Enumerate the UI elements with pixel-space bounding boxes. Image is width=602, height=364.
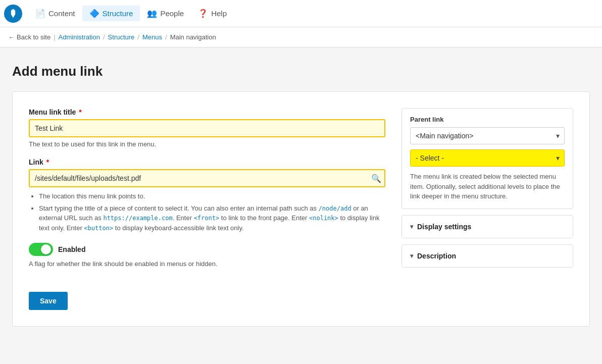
display-settings-chevron: ▾ <box>410 223 413 230</box>
breadcrumb-main-navigation: Main navigation <box>170 33 216 41</box>
breadcrumb-sep-3: / <box>137 33 139 41</box>
link-hints-list: The location this menu link points to. S… <box>29 191 385 233</box>
menu-link-title-input[interactable] <box>29 119 385 137</box>
link-label: Link * <box>29 158 385 166</box>
main-nav-select[interactable]: <Main navigation> <box>410 127 565 144</box>
breadcrumb-menus[interactable]: Menus <box>142 33 162 41</box>
parent-link-body: Parent link <Main navigation> - Select -… <box>402 109 573 209</box>
structure-icon: 🔷 <box>89 9 99 18</box>
link-hint-2: Start typing the title of a piece of con… <box>39 203 385 233</box>
link-input[interactable] <box>29 169 385 187</box>
enabled-label: Enabled <box>58 245 85 253</box>
parent-link-label: Parent link <box>410 116 565 123</box>
link-hint-1: The location this menu link points to. <box>39 191 385 201</box>
parent-link-section: Parent link <Main navigation> - Select -… <box>402 108 573 209</box>
nav-structure[interactable]: 🔷 Structure <box>82 6 140 21</box>
top-nav: 📄 Content 🔷 Structure 👥 People ❓ Help <box>0 0 602 27</box>
select-level-dropdown[interactable]: - Select - <box>410 149 565 167</box>
parent-link-hint: The menu link is created below the selec… <box>410 172 565 201</box>
required-marker: * <box>79 108 81 116</box>
breadcrumb: ← Back to site | Administration / Struct… <box>0 27 602 47</box>
form-left: Menu link title * The text to be used fo… <box>29 108 385 310</box>
app-logo <box>4 5 22 23</box>
description-chevron: ▾ <box>410 252 413 259</box>
breadcrumb-structure[interactable]: Structure <box>108 33 135 41</box>
display-settings-section: ▾ Display settings <box>402 215 573 238</box>
form-right: Parent link <Main navigation> - Select -… <box>402 108 573 310</box>
link-required-marker: * <box>46 158 49 166</box>
description-toggle[interactable]: ▾ Description <box>402 245 573 267</box>
save-button[interactable]: Save <box>29 292 68 310</box>
enabled-hint: A flag for whether the link should be en… <box>29 260 385 268</box>
back-arrow-icon: ← <box>8 33 15 41</box>
link-field: Link * 🔍 The location this menu link poi… <box>29 158 385 233</box>
main-nav-select-wrapper: <Main navigation> <box>410 127 565 144</box>
people-icon: 👥 <box>147 9 157 18</box>
nav-help[interactable]: ❓ Help <box>191 6 234 21</box>
breadcrumb-sep-4: / <box>165 33 167 41</box>
menu-link-title-hint: The text to be used for this link in the… <box>29 140 385 148</box>
form-card: Menu link title * The text to be used fo… <box>12 91 590 327</box>
breadcrumb-sep-1: | <box>54 33 55 41</box>
page-title: Add menu link <box>12 64 590 79</box>
toggle-row: Enabled <box>29 243 385 256</box>
page-content: Add menu link Menu link title * The text… <box>0 47 602 343</box>
link-search-button[interactable]: 🔍 <box>371 174 381 183</box>
link-input-wrapper: 🔍 <box>29 169 385 187</box>
nav-people[interactable]: 👥 People <box>140 6 191 21</box>
menu-link-title-field: Menu link title * The text to be used fo… <box>29 108 385 148</box>
content-icon: 📄 <box>35 9 45 18</box>
breadcrumb-sep-2: / <box>103 33 105 41</box>
menu-link-title-label: Menu link title * <box>29 108 385 116</box>
breadcrumb-administration[interactable]: Administration <box>59 33 100 41</box>
enabled-toggle[interactable] <box>29 243 53 256</box>
display-settings-toggle[interactable]: ▾ Display settings <box>402 216 573 238</box>
nav-content[interactable]: 📄 Content <box>28 6 82 21</box>
select-level-wrapper: - Select - <box>410 149 565 167</box>
description-section: ▾ Description <box>402 244 573 268</box>
back-to-site-link[interactable]: ← Back to site <box>8 33 51 41</box>
help-icon: ❓ <box>198 9 208 18</box>
enabled-field: Enabled A flag for whether the link shou… <box>29 243 385 268</box>
